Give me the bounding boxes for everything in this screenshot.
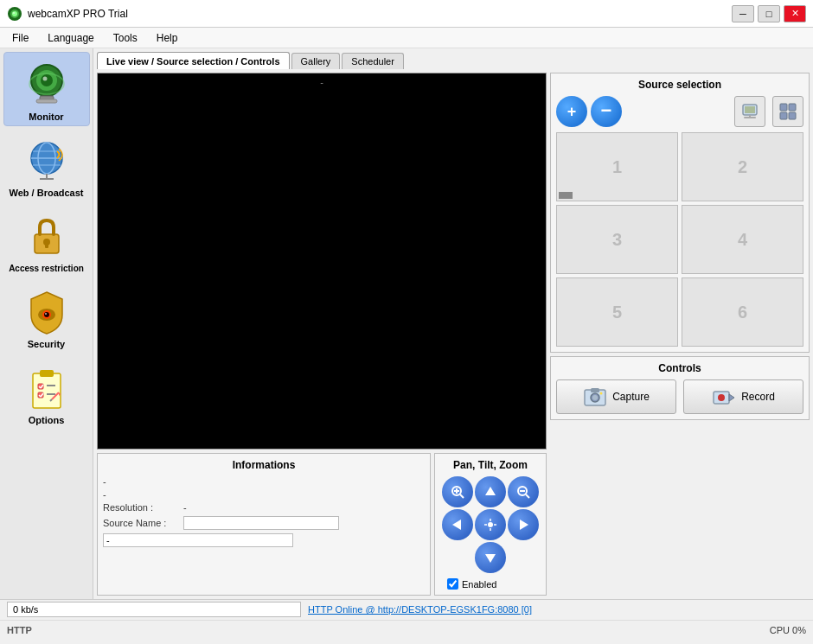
informations-panel: Informations - - Resolution : - Source N…	[97, 453, 431, 596]
app-title: webcamXP PRO Trial	[28, 8, 128, 20]
sidebar-item-security[interactable]: Security	[3, 279, 90, 354]
svg-marker-52	[520, 520, 528, 530]
sidebar-item-web-broadcast[interactable]: Web / Broadcast	[3, 128, 90, 202]
ptz-left-button[interactable]	[442, 509, 473, 540]
tab-gallery[interactable]: Gallery	[291, 53, 341, 69]
title-bar-controls: ─ □ ✕	[732, 5, 806, 22]
minimize-button[interactable]: ─	[732, 5, 754, 22]
menu-tools[interactable]: Tools	[105, 30, 146, 46]
remove-source-button[interactable]: −	[591, 96, 622, 127]
title-bar: webcamXP PRO Trial ─ □ ✕	[0, 0, 813, 28]
record-button[interactable]: Record	[683, 379, 803, 414]
info-resolution-value: -	[183, 502, 187, 513]
add-source-button[interactable]: +	[556, 96, 587, 127]
web-broadcast-icon	[21, 134, 73, 186]
menu-file[interactable]: File	[3, 30, 37, 46]
http-bar: HTTP CPU 0%	[0, 621, 813, 641]
ptz-center-button[interactable]	[475, 509, 506, 540]
add-icon: +	[567, 103, 577, 121]
menu-language[interactable]: Language	[39, 30, 102, 46]
info-sourcename-row: Source Name :	[103, 516, 425, 530]
bottom-panels: Informations - - Resolution : - Source N…	[97, 453, 547, 596]
video-area: -	[97, 73, 547, 450]
source-name-input2[interactable]	[103, 533, 293, 547]
sidebar-item-options[interactable]: Options	[3, 355, 90, 430]
ptz-panel: Pan, Tilt, Zoom	[434, 453, 547, 596]
ptz-enabled-row: Enabled	[440, 578, 541, 590]
svg-marker-42	[485, 487, 496, 495]
svg-point-6	[41, 74, 53, 86]
ptz-enabled-checkbox[interactable]	[447, 578, 458, 590]
source-grid-button[interactable]	[772, 96, 803, 127]
options-icon	[21, 361, 73, 413]
app-icon	[7, 6, 22, 22]
sidebar-item-monitor[interactable]: Monitor	[3, 52, 90, 126]
progress-bar-row: 0 kb/s HTTP Online @ http://DESKTOP-EGSK…	[0, 600, 813, 621]
ptz-zoom-out-button[interactable]	[508, 476, 539, 507]
info-line2: -	[103, 489, 425, 500]
bottom-area: 0 kb/s HTTP Online @ http://DESKTOP-EGSK…	[0, 599, 813, 641]
svg-rect-20	[45, 242, 48, 248]
controls-title: Controls	[556, 362, 803, 374]
source-cell-4[interactable]: 4	[682, 205, 803, 274]
close-button[interactable]: ✕	[784, 5, 806, 22]
svg-line-44	[526, 494, 529, 498]
source-cell-indicator-1	[559, 192, 573, 199]
controls-panel: Controls Capture	[550, 356, 810, 420]
ptz-up-button[interactable]	[475, 476, 506, 507]
tab-live-view[interactable]: Live view / Source selection / Controls	[97, 52, 290, 69]
ptz-down-button[interactable]	[475, 542, 506, 573]
source-toolbar: + −	[556, 96, 803, 127]
ptz-title: Pan, Tilt, Zoom	[440, 459, 541, 471]
sidebar-label-access-restriction: Access restriction	[9, 264, 84, 273]
source-selection-panel: Source selection + −	[550, 73, 810, 353]
source-cell-3[interactable]: 3	[556, 205, 678, 274]
svg-point-23	[44, 312, 49, 317]
source-cell-num-3: 3	[612, 230, 622, 250]
svg-point-47	[488, 522, 493, 527]
svg-rect-60	[780, 112, 787, 119]
svg-rect-58	[780, 104, 787, 111]
source-cell-num-6: 6	[738, 303, 747, 322]
svg-point-2	[12, 11, 17, 16]
ptz-zoom-in-button[interactable]	[442, 476, 473, 507]
controls-row: Capture Record	[556, 379, 803, 414]
info-resolution-row: Resolution : -	[103, 502, 425, 513]
svg-point-66	[600, 392, 603, 395]
ptz-enabled-label: Enabled	[462, 579, 496, 590]
ptz-empty-right	[508, 542, 539, 573]
svg-rect-56	[744, 117, 756, 118]
tab-scheduler[interactable]: Scheduler	[342, 53, 404, 69]
speed-indicator: 0 kb/s	[7, 602, 301, 617]
content-area: Live view / Source selection / Controls …	[93, 48, 813, 599]
svg-rect-61	[789, 112, 796, 119]
svg-rect-26	[40, 370, 54, 377]
ptz-empty-left	[442, 542, 473, 573]
source-cell-2[interactable]: 2	[682, 132, 803, 201]
http-status-link[interactable]: HTTP Online @ http://DESKTOP-EGSK1FG:808…	[308, 604, 532, 615]
remove-icon: −	[601, 99, 612, 122]
left-panel: - Informations - - Resolution : -	[97, 73, 547, 596]
sidebar-item-access-restriction[interactable]: Access restriction	[3, 204, 90, 277]
source-name-input[interactable]	[183, 516, 339, 530]
ptz-right-button[interactable]	[508, 509, 539, 540]
svg-line-39	[460, 494, 464, 498]
svg-marker-53	[485, 554, 496, 563]
menu-help[interactable]: Help	[148, 30, 187, 46]
video-label: -	[320, 77, 323, 87]
record-icon	[712, 385, 736, 409]
source-cell-5[interactable]: 5	[556, 277, 678, 347]
svg-line-37	[50, 399, 52, 401]
right-panel: Source selection + −	[550, 73, 810, 596]
info-sourcename-label: Source Name :	[103, 518, 181, 528]
restore-button[interactable]: □	[758, 5, 780, 22]
svg-point-64	[592, 395, 598, 400]
source-cell-6[interactable]: 6	[682, 277, 803, 347]
svg-rect-59	[789, 104, 796, 111]
svg-rect-10	[36, 99, 57, 103]
source-settings-button[interactable]	[734, 96, 765, 127]
access-restriction-icon	[21, 210, 73, 262]
source-grid: 1 2 3 4 5	[556, 132, 803, 347]
source-cell-1[interactable]: 1	[556, 132, 678, 201]
capture-button[interactable]: Capture	[556, 379, 676, 414]
